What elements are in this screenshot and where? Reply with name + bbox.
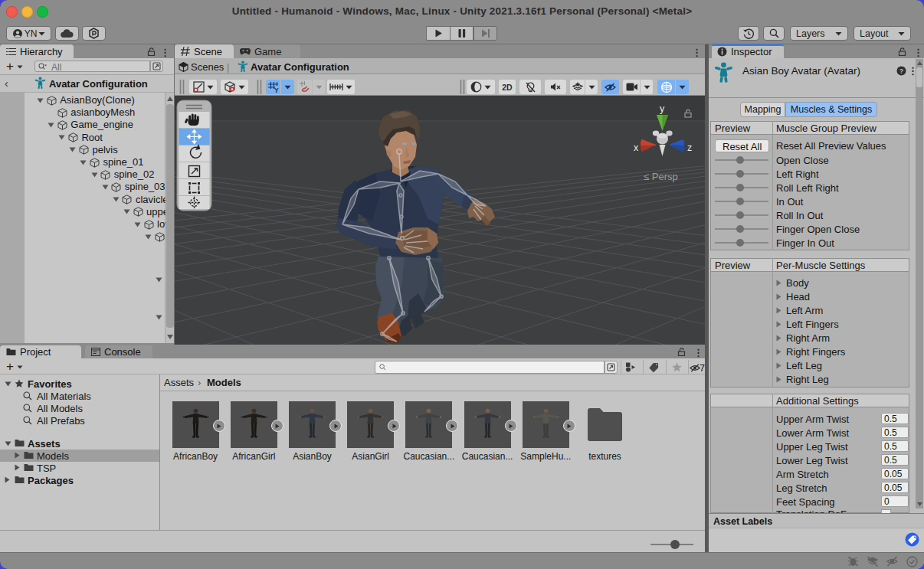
svg-text:z: z — [687, 142, 692, 153]
svg-text:≤ Persp: ≤ Persp — [644, 171, 678, 182]
svg-text:x: x — [634, 142, 639, 153]
svg-text:y: y — [660, 103, 665, 114]
svg-text:?: ? — [899, 67, 904, 75]
svg-text:Y: Y — [274, 86, 279, 93]
